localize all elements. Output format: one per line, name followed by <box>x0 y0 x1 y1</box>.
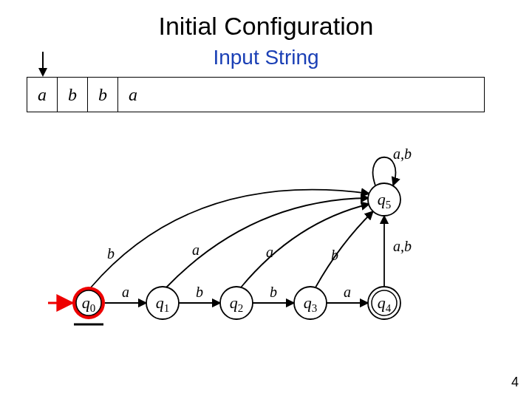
edge-label: a <box>266 244 273 260</box>
edge-q3-q5 <box>316 211 373 287</box>
tape-head-arrow-icon <box>35 52 50 77</box>
edge-q5-q5 <box>373 157 396 185</box>
page-number: 4 <box>511 375 519 390</box>
state-q4: q4 <box>368 287 400 319</box>
slide-subtitle: Input String <box>0 46 532 69</box>
edge-label: b <box>196 284 203 300</box>
state-q5: q5 <box>368 183 400 216</box>
edge-label: b <box>107 245 115 262</box>
tape-cell: b <box>88 78 118 112</box>
edge-label: b <box>270 284 277 300</box>
tape-cell: a <box>118 78 148 112</box>
tape-cell: b <box>58 78 88 112</box>
edge-label: a,b <box>393 146 412 162</box>
edge-label: a <box>122 284 129 300</box>
state-q3: q3 <box>294 287 327 319</box>
edge-label: a <box>192 242 200 258</box>
edge-q0-q5 <box>91 190 369 287</box>
tape-cell: a <box>27 78 58 112</box>
edge-label: a <box>344 284 351 300</box>
edge-q2-q5 <box>241 204 369 287</box>
input-tape: a b b a <box>27 77 485 112</box>
edge-label: a,b <box>393 238 412 254</box>
state-q2: q2 <box>220 287 253 319</box>
automaton-diagram: a b b a b a a b a,b a,b q0 q1 q2 q3 <box>44 133 458 355</box>
edge-label: b <box>331 247 338 263</box>
svg-marker-1 <box>38 68 47 77</box>
slide-title: Initial Configuration <box>0 12 532 41</box>
state-q0: q0 <box>72 287 105 319</box>
state-q1: q1 <box>146 287 179 319</box>
